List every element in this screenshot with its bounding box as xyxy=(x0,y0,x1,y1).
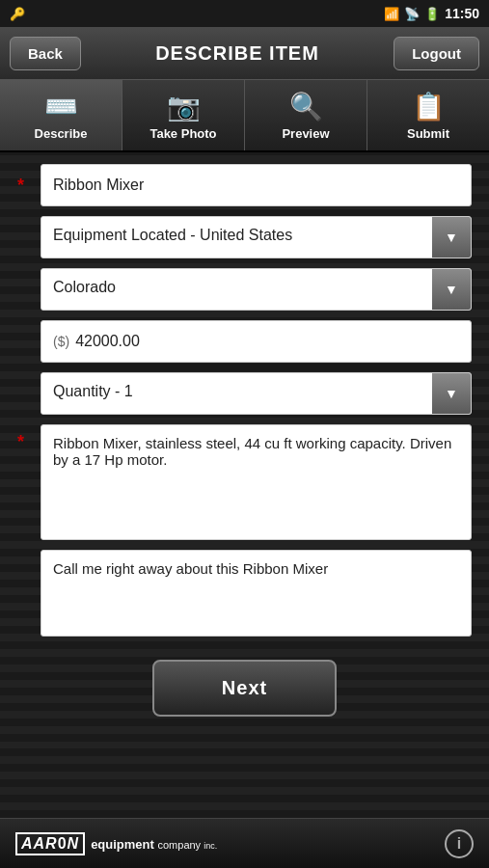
location-row: * Equipment Located - United States ▼ xyxy=(17,216,472,258)
tab-preview[interactable]: 🔍 Preview xyxy=(245,80,367,150)
form-area: * * Equipment Located - United States ▼ … xyxy=(0,152,489,742)
comment-textarea[interactable]: Call me right away about this Ribbon Mix… xyxy=(41,550,472,637)
location-label: Equipment Located - United States xyxy=(41,217,432,258)
app-footer: AAR0N equipment company inc. i xyxy=(0,818,489,868)
comment-row: * Call me right away about this Ribbon M… xyxy=(17,550,472,637)
price-prefix: ($) xyxy=(53,334,69,349)
location-dropdown-arrow[interactable]: ▼ xyxy=(432,217,471,258)
logo-aaron-text: AAR0N xyxy=(15,832,85,855)
tab-describe-label: Describe xyxy=(35,126,88,141)
tab-bar: ⌨️ Describe 📷 Take Photo 🔍 Preview 📋 Sub… xyxy=(0,80,489,152)
price-field-wrapper: ($) xyxy=(41,320,472,363)
tab-describe[interactable]: ⌨️ Describe xyxy=(0,80,122,150)
required-star-desc: * xyxy=(17,432,33,452)
camera-icon: 📷 xyxy=(167,91,201,122)
logo-company-word: company inc. xyxy=(157,839,217,851)
tab-photo-label: Take Photo xyxy=(149,126,216,141)
lock-icon: 🔑 xyxy=(10,7,25,21)
quantity-dropdown-arrow[interactable]: ▼ xyxy=(432,373,471,414)
quantity-label: Quantity - 1 xyxy=(41,373,432,414)
main-content: * * Equipment Located - United States ▼ … xyxy=(0,152,489,818)
item-name-input[interactable] xyxy=(41,164,472,206)
state-dropdown-arrow[interactable]: ▼ xyxy=(432,269,471,310)
preview-icon: 🔍 xyxy=(289,91,323,122)
state-row: * Colorado ▼ xyxy=(17,268,472,311)
status-right: 📶 📡 🔋 11:50 xyxy=(384,6,479,21)
footer-logo: AAR0N equipment company inc. xyxy=(15,832,217,855)
tab-submit-label: Submit xyxy=(407,126,449,141)
state-label: Colorado xyxy=(41,269,432,310)
price-input[interactable] xyxy=(75,333,459,350)
logo-equipment-word: equipment xyxy=(91,837,157,852)
required-star-name: * xyxy=(17,176,33,196)
describe-icon: ⌨️ xyxy=(44,91,78,122)
quantity-dropdown[interactable]: Quantity - 1 ▼ xyxy=(41,372,472,415)
submit-icon: 📋 xyxy=(412,91,446,122)
logout-button[interactable]: Logout xyxy=(394,37,479,70)
signal-icon: 📡 xyxy=(404,7,420,21)
description-row: * Ribbon Mixer, stainless steel, 44 cu f… xyxy=(17,424,472,540)
tab-photo[interactable]: 📷 Take Photo xyxy=(122,80,245,150)
price-row: * ($) xyxy=(17,320,472,363)
page-title: DESCRIBE ITEM xyxy=(155,42,319,65)
back-button[interactable]: Back xyxy=(10,37,81,70)
status-left: 🔑 xyxy=(10,7,25,21)
status-time: 11:50 xyxy=(445,6,479,21)
app-header: Back DESCRIBE ITEM Logout xyxy=(0,27,489,80)
tab-preview-label: Preview xyxy=(282,126,329,141)
state-dropdown[interactable]: Colorado ▼ xyxy=(41,268,472,311)
logo-equipment-text: equipment company inc. xyxy=(91,835,217,853)
tab-submit[interactable]: 📋 Submit xyxy=(367,80,489,150)
quantity-row: * Quantity - 1 ▼ xyxy=(17,372,472,415)
next-button[interactable]: Next xyxy=(152,660,337,717)
info-button[interactable]: i xyxy=(445,829,474,858)
next-button-row: Next xyxy=(17,646,472,730)
item-name-row: * xyxy=(17,164,472,206)
battery-icon: 🔋 xyxy=(424,7,440,21)
location-dropdown[interactable]: Equipment Located - United States ▼ xyxy=(41,216,472,258)
wifi-icon: 📶 xyxy=(384,7,399,21)
status-bar: 🔑 📶 📡 🔋 11:50 xyxy=(0,0,489,27)
description-textarea[interactable]: Ribbon Mixer, stainless steel, 44 cu ft … xyxy=(41,424,472,540)
